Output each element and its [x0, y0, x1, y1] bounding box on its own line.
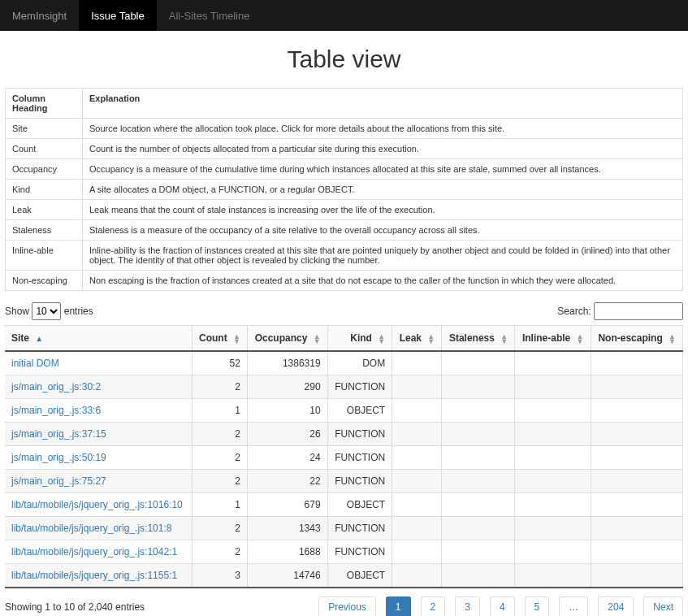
search-input[interactable] — [594, 302, 683, 320]
table-cell: 1386319 — [247, 351, 327, 375]
site-link[interactable]: lib/tau/mobile/js/jquery_orig_.js:1042:1 — [11, 546, 177, 557]
site-link[interactable]: js/main_orig_.js:37:15 — [11, 428, 106, 440]
site-link[interactable]: js/main_orig_.js:33:6 — [11, 405, 101, 416]
sort-icon: ▲▼ — [500, 334, 508, 344]
site-link[interactable]: lib/tau/mobile/js/jquery_orig_.js:1155:1 — [11, 570, 177, 581]
sort-icon: ▲▼ — [669, 334, 676, 344]
table-cell — [515, 399, 591, 423]
sort-icon: ▲▼ — [233, 334, 240, 344]
pagination: Previous 12345…204 Next — [318, 596, 683, 616]
entries-select[interactable]: 10 — [32, 302, 61, 320]
table-cell — [442, 399, 515, 423]
table-cell: OBJECT — [327, 493, 392, 517]
definition-desc: Staleness is a measure of the occupancy … — [83, 220, 683, 241]
table-cell: 2 — [192, 446, 247, 470]
col-count[interactable]: Count ▲▼ — [192, 326, 247, 352]
page-button[interactable]: 4 — [490, 596, 515, 616]
table-cell — [392, 399, 442, 423]
site-link[interactable]: js/main_orig_.js:30:2 — [11, 381, 101, 393]
site-link[interactable]: js/main_orig_.js:75:27 — [11, 475, 106, 487]
table-cell: js/main_orig_.js:37:15 — [5, 423, 192, 446]
data-table: Site ▲ Count ▲▼ Occupancy ▲▼ Kind ▲▼ Lea… — [5, 325, 683, 588]
table-cell — [591, 517, 683, 540]
table-cell: 1688 — [247, 540, 327, 564]
table-cell — [591, 399, 683, 423]
table-cell: FUNCTION — [327, 375, 392, 399]
sort-icon: ▲▼ — [427, 334, 435, 344]
table-cell — [442, 517, 515, 540]
table-cell — [392, 446, 442, 470]
table-cell — [392, 564, 442, 588]
table-row: js/main_orig_.js:33:6110OBJECT — [5, 399, 683, 423]
table-cell — [515, 493, 591, 517]
page-button[interactable]: 2 — [421, 596, 446, 616]
col-inline-able[interactable]: Inline-able ▲▼ — [515, 326, 591, 352]
table-row: lib/tau/mobile/js/jquery_orig_.js:1042:1… — [5, 540, 683, 564]
table-cell: OBJECT — [327, 564, 392, 588]
definition-row: SiteSource location where the allocation… — [6, 119, 683, 139]
nav-all-sites-timeline[interactable]: All-Sites Timeline — [157, 0, 262, 31]
page-title: Table view — [5, 46, 683, 73]
table-cell: 290 — [247, 375, 327, 399]
table-row: js/main_orig_.js:37:15226FUNCTION — [5, 423, 683, 446]
table-cell: FUNCTION — [327, 517, 392, 540]
table-cell: 1 — [192, 493, 247, 517]
site-link[interactable]: initial DOM — [11, 358, 59, 369]
definition-row: LeakLeak means that the count of stale i… — [6, 200, 683, 220]
col-leak[interactable]: Leak ▲▼ — [392, 326, 442, 352]
site-link[interactable]: lib/tau/mobile/js/jquery_orig_.js:101:8 — [11, 523, 171, 534]
prev-button[interactable]: Previous — [318, 596, 376, 616]
definition-name: Staleness — [6, 220, 83, 241]
col-occupancy-label: Occupancy — [255, 332, 308, 344]
table-cell — [591, 423, 683, 446]
entries-control: Show 10 entries — [5, 302, 93, 320]
table-row: js/main_orig_.js:75:27222FUNCTION — [5, 470, 683, 493]
table-cell: DOM — [327, 351, 392, 375]
table-cell — [442, 540, 515, 564]
table-cell: 26 — [247, 423, 327, 446]
site-link[interactable]: js/main_orig_.js:50:19 — [11, 452, 106, 463]
table-cell: 14746 — [247, 564, 327, 588]
definition-name: Non-escaping — [6, 271, 83, 291]
definition-name: Inline-able — [6, 241, 83, 271]
page-button[interactable]: 3 — [455, 596, 480, 616]
table-cell: 679 — [247, 493, 327, 517]
table-cell: 3 — [192, 564, 247, 588]
table-cell — [392, 517, 442, 540]
page-button[interactable]: 5 — [525, 596, 550, 616]
table-cell: initial DOM — [5, 351, 192, 375]
definition-desc: Non escaping is the fraction of instance… — [83, 271, 683, 291]
next-button[interactable]: Next — [643, 596, 683, 616]
definition-name: Site — [6, 119, 83, 139]
nav-issue-table[interactable]: Issue Table — [79, 0, 157, 31]
col-kind[interactable]: Kind ▲▼ — [327, 326, 392, 352]
table-cell: lib/tau/mobile/js/jquery_orig_.js:101:8 — [5, 517, 192, 540]
navbar: MemInsight Issue Table All-Sites Timelin… — [0, 0, 688, 31]
table-cell: 10 — [247, 399, 327, 423]
table-cell: 2 — [192, 375, 247, 399]
table-cell: 24 — [247, 446, 327, 470]
definition-row: StalenessStaleness is a measure of the o… — [6, 220, 683, 241]
col-count-label: Count — [199, 332, 227, 344]
page-button[interactable]: 204 — [598, 596, 634, 616]
table-cell: lib/tau/mobile/js/jquery_orig_.js:1042:1 — [5, 540, 192, 564]
table-cell: js/main_orig_.js:30:2 — [5, 375, 192, 399]
table-cell — [591, 540, 683, 564]
table-cell — [591, 375, 683, 399]
table-cell: js/main_orig_.js:33:6 — [5, 399, 192, 423]
table-row: initial DOM521386319DOM — [5, 351, 683, 375]
col-staleness[interactable]: Staleness ▲▼ — [442, 326, 515, 352]
col-site[interactable]: Site ▲ — [5, 326, 192, 352]
sort-icon: ▲▼ — [378, 334, 385, 344]
table-cell: 52 — [192, 351, 247, 375]
col-non-escaping[interactable]: Non-escaping ▲▼ — [591, 326, 683, 352]
table-cell: lib/tau/mobile/js/jquery_orig_.js:1016:1… — [5, 493, 192, 517]
page-button[interactable]: 1 — [386, 596, 411, 616]
table-cell: FUNCTION — [327, 423, 392, 446]
table-cell: 2 — [192, 423, 247, 446]
table-cell: FUNCTION — [327, 540, 392, 564]
site-link[interactable]: lib/tau/mobile/js/jquery_orig_.js:1016:1… — [11, 499, 183, 510]
table-cell: 1343 — [247, 517, 327, 540]
col-occupancy[interactable]: Occupancy ▲▼ — [247, 326, 327, 352]
col-leak-label: Leak — [400, 332, 422, 344]
